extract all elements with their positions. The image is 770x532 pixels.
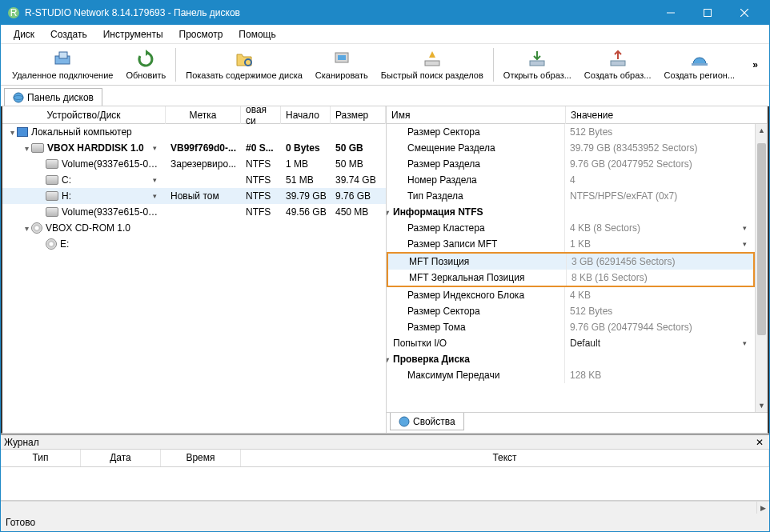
device-name: Volume(9337e615-00... [62, 206, 160, 218]
col-label[interactable]: Метка [166, 106, 241, 124]
menu-помощь[interactable]: Помощь [231, 26, 283, 42]
property-row[interactable]: Размер Кластера4 KB (8 Sectors)▾ [387, 220, 755, 236]
toolbar-remote-button[interactable]: Удаленное подключение [6, 46, 119, 84]
tree-toggle-icon[interactable]: ▾ [387, 354, 391, 364]
property-row[interactable]: Максимум Передачи128 KB [387, 367, 755, 383]
col-device[interactable]: Устройство/Диск [2, 106, 166, 124]
property-row[interactable]: Размер Записи MFT1 KB▾ [387, 236, 755, 252]
device-row[interactable]: C:▾NTFS51 MB39.74 GB [2, 172, 386, 188]
property-row[interactable]: Тип РазделаNTFS/HPFS/exFAT (0x7) [387, 188, 755, 204]
tree-toggle-icon[interactable] [36, 207, 46, 217]
cell [166, 236, 241, 252]
property-row[interactable]: Номер Раздела4 [387, 172, 755, 188]
chevron-down-icon[interactable]: ▾ [740, 224, 750, 232]
property-row[interactable]: MFT Зеркальная Позиция8 KB (16 Sectors) [388, 270, 753, 286]
tree-toggle-icon[interactable] [36, 159, 46, 169]
device-row[interactable]: Volume(9337e615-00...Зарезервиро...NTFS1… [2, 156, 386, 172]
property-name: Информация NTFS [393, 206, 483, 218]
close-button[interactable] [726, 1, 763, 25]
refresh-icon [136, 50, 155, 69]
device-row[interactable]: H:▾Новый томNTFS39.79 GB9.76 GB [2, 188, 386, 204]
jcol-date[interactable]: Дата [81, 450, 161, 466]
tree-toggle-icon[interactable] [36, 191, 46, 201]
col-value[interactable]: Значение [566, 106, 768, 124]
scrollbar-vertical[interactable]: ▲ ▼ [755, 124, 768, 412]
cell [331, 236, 386, 252]
chevron-down-icon[interactable]: ▾ [150, 144, 160, 152]
tree-toggle-icon[interactable]: ▾ [387, 207, 391, 217]
maximize-button[interactable] [689, 1, 726, 25]
computer-icon [17, 127, 28, 137]
menu-создать[interactable]: Создать [42, 26, 95, 42]
svg-point-18 [399, 417, 409, 426]
menu-инструменты[interactable]: Инструменты [95, 26, 171, 42]
device-row[interactable]: ▾Локальный компьютер [2, 124, 386, 140]
tree-toggle-icon[interactable]: ▾ [22, 143, 31, 153]
menu-диск[interactable]: Диск [6, 26, 42, 42]
remote-icon [53, 50, 72, 69]
cell: NTFS [241, 156, 281, 172]
openimg-icon [527, 50, 547, 69]
property-row[interactable]: Размер Сектора512 Bytes [387, 303, 755, 319]
toolbar-overflow-button[interactable]: » [746, 59, 764, 70]
toolbar-refresh-button[interactable]: Обновить [119, 46, 172, 84]
toolbar-show-button[interactable]: Показать содержимое диска [179, 46, 309, 84]
property-row[interactable]: Попытки I/ODefault▾ [387, 335, 755, 351]
property-row[interactable]: Размер Сектора512 Bytes [387, 124, 755, 140]
quick-icon [423, 50, 442, 69]
property-row[interactable]: Размер Раздела9.76 GB (20477952 Sectors) [387, 156, 755, 172]
property-row[interactable]: Размер Тома9.76 GB (20477944 Sectors) [387, 319, 755, 335]
property-value: 4 [570, 174, 750, 186]
property-name: Максимум Передачи [407, 370, 499, 381]
svg-rect-15 [692, 63, 708, 66]
tree-toggle-icon[interactable]: ▾ [7, 127, 17, 137]
tree-toggle-icon[interactable] [36, 239, 46, 249]
menu-просмотр[interactable]: Просмотр [171, 26, 231, 42]
scroll-down-button[interactable]: ▼ [756, 399, 768, 412]
toolbar-label: Создать образ... [584, 70, 652, 80]
device-row[interactable]: E: [2, 236, 386, 252]
property-name: Размер Записи MFT [407, 238, 497, 250]
property-row[interactable]: ▾Проверка Диска [387, 351, 755, 367]
device-row[interactable]: ▾VBOX CD-ROM 1.0 [2, 220, 386, 236]
device-row[interactable]: ▾VBOX HARDDISK 1.0▾VB99f769d0-...#0 S...… [2, 140, 386, 156]
col-size[interactable]: Размер [331, 106, 386, 124]
cell [166, 124, 241, 140]
col-start[interactable]: Начало [281, 106, 331, 124]
cell: NTFS [241, 188, 281, 204]
jcol-type[interactable]: Тип [1, 450, 81, 466]
chevron-down-icon[interactable]: ▾ [150, 176, 160, 184]
scroll-up-button[interactable]: ▲ [756, 124, 768, 137]
toolbar-quick-button[interactable]: Быстрый поиск разделов [375, 46, 490, 84]
property-row[interactable]: ▾Информация NTFS [387, 204, 755, 220]
property-value: NTFS/HPFS/exFAT (0x7) [570, 190, 750, 202]
journal-close-button[interactable]: ✕ [753, 437, 766, 448]
jcol-text[interactable]: Текст [241, 450, 769, 466]
property-value: 4 KB [570, 290, 750, 301]
toolbar-scan-button[interactable]: Сканировать [309, 46, 375, 84]
toolbar-createimg-button[interactable]: Создать образ... [578, 46, 658, 84]
property-row[interactable]: Смещение Раздела39.79 GB (83453952 Secto… [387, 140, 755, 156]
chevron-down-icon[interactable]: ▾ [740, 339, 750, 347]
col-fs[interactable]: овая си [241, 106, 281, 124]
col-name[interactable]: Имя [387, 106, 566, 124]
tree-toggle-icon[interactable]: ▾ [22, 223, 31, 233]
svg-rect-3 [704, 10, 712, 17]
tab-properties[interactable]: Свойства [390, 413, 464, 430]
chevron-down-icon[interactable]: ▾ [740, 240, 750, 248]
property-row[interactable]: Размер Индексного Блока4 KB [387, 287, 755, 303]
toolbar-createreg-button[interactable]: Создать регион... [657, 46, 741, 84]
drive-icon [46, 207, 58, 217]
minimize-button[interactable] [652, 1, 689, 25]
chevron-down-icon[interactable]: ▾ [150, 192, 160, 200]
drive-icon [46, 159, 58, 169]
toolbar-openimg-button[interactable]: Открыть образ... [497, 46, 578, 84]
property-row[interactable]: MFT Позиция3 GB (6291456 Sectors) [388, 254, 753, 270]
journal-body [1, 467, 769, 501]
tab-drives-panel[interactable]: Панель дисков [4, 88, 102, 106]
jcol-time[interactable]: Время [161, 450, 241, 466]
tree-toggle-icon[interactable] [36, 175, 46, 185]
svg-point-16 [14, 93, 23, 102]
device-name: E: [60, 238, 160, 250]
device-row[interactable]: Volume(9337e615-00...NTFS49.56 GB450 MB [2, 204, 386, 220]
